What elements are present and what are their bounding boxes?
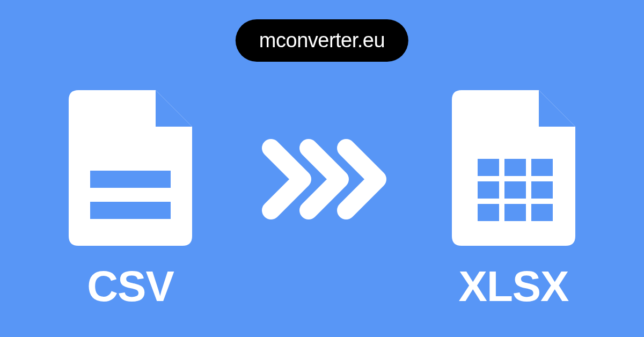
svg-rect-3 (504, 159, 526, 176)
svg-rect-10 (531, 204, 553, 221)
brand-badge: mconverter.eu (236, 19, 408, 62)
target-file-block: XLSX (452, 90, 575, 311)
xlsx-file-icon (452, 90, 575, 246)
svg-rect-7 (531, 181, 553, 199)
svg-rect-1 (90, 202, 171, 219)
svg-rect-8 (478, 204, 499, 221)
target-format-label: XLSX (459, 262, 569, 311)
csv-file-icon (69, 90, 192, 246)
source-format-label: CSV (87, 262, 174, 311)
svg-rect-4 (531, 159, 553, 176)
svg-rect-0 (90, 171, 171, 188)
conversion-row: CSV XLSX (0, 90, 644, 311)
svg-rect-2 (478, 159, 499, 176)
svg-rect-9 (504, 204, 526, 221)
svg-rect-6 (504, 181, 526, 199)
source-file-block: CSV (69, 90, 192, 311)
svg-rect-5 (478, 181, 499, 199)
convert-arrows-icon (247, 136, 397, 222)
